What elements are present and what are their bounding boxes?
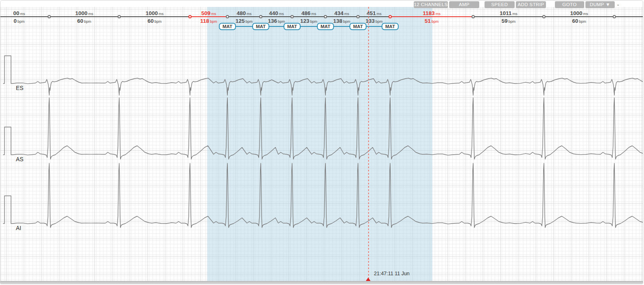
beat-marker[interactable] bbox=[542, 15, 546, 18]
ecg-trace-es bbox=[3, 56, 643, 95]
horizontal-scrollbar[interactable] bbox=[0, 281, 643, 284]
interval-ms-label: 1000ms bbox=[551, 10, 608, 16]
interval-line bbox=[614, 16, 643, 17]
beat-marker[interactable] bbox=[356, 15, 360, 18]
interval-line bbox=[49, 16, 119, 17]
ecg-trace-as bbox=[3, 98, 643, 159]
beat-marker[interactable] bbox=[389, 15, 392, 18]
toolbar-button-add-strip[interactable]: ADD STRIP bbox=[516, 1, 546, 8]
toolbar-button-speed[interactable]: SPEED bbox=[485, 1, 515, 8]
interval-line bbox=[292, 16, 325, 17]
interval-line bbox=[119, 16, 190, 17]
interval-ms-label: 1183ms bbox=[403, 10, 460, 16]
interval-line bbox=[358, 16, 390, 17]
beat-label-mat[interactable]: MAT bbox=[219, 23, 236, 30]
interval-line bbox=[325, 16, 358, 17]
interval-ms-label: 1000ms bbox=[56, 10, 113, 16]
interval-bpm-label: 60bpm bbox=[551, 18, 608, 24]
beat-marker[interactable] bbox=[290, 15, 294, 18]
toolbar: 12 CHANNELSAMPSPEEDADD STRIPGOTODUMP ▼- bbox=[414, 1, 619, 8]
interval-ms-label: 1011ms bbox=[480, 10, 537, 16]
ecg-viewer-window: 00ms0bpm1000ms60bpm1000ms60bpm509ms118bp… bbox=[0, 0, 643, 284]
toolbar-button-dump[interactable]: DUMP ▼ bbox=[585, 1, 615, 8]
beat-label-mat[interactable]: MAT bbox=[317, 23, 334, 30]
interval-line bbox=[261, 16, 292, 17]
toolbar-button-goto[interactable]: GOTO bbox=[555, 1, 584, 8]
beat-label-mat[interactable]: MAT bbox=[252, 23, 269, 30]
beat-marker[interactable] bbox=[613, 15, 616, 18]
interval-bpm-label: 60bpm bbox=[126, 18, 183, 24]
channel-label-ai: AI bbox=[16, 225, 21, 231]
interval-line bbox=[473, 16, 544, 17]
beat-marker[interactable] bbox=[188, 15, 192, 18]
interval-line bbox=[544, 16, 614, 17]
interval-bpm-label: 0bpm bbox=[0, 18, 48, 24]
beat-marker[interactable] bbox=[472, 15, 475, 18]
interval-bpm-label: 51bpm bbox=[403, 18, 460, 24]
interval-line bbox=[390, 16, 473, 17]
cursor-timestamp: 21:47:11 11 Jun bbox=[374, 271, 410, 276]
beat-marker[interactable] bbox=[324, 15, 327, 18]
toolbar-suffix: - bbox=[617, 2, 619, 8]
interval-ms-label: 00ms bbox=[0, 10, 48, 16]
beat-marker[interactable] bbox=[259, 15, 262, 18]
interval-bpm-label: 59bpm bbox=[480, 18, 537, 24]
interval-line bbox=[227, 16, 261, 17]
beat-label-mat[interactable]: MAT bbox=[284, 23, 301, 30]
interval-bpm-label: 60bpm bbox=[56, 18, 113, 24]
interval-line bbox=[190, 16, 227, 17]
channel-label-as: AS bbox=[16, 156, 24, 162]
time-cursor-line[interactable] bbox=[368, 7, 369, 282]
toolbar-button-amp[interactable]: AMP bbox=[449, 1, 479, 8]
toolbar-button-channels[interactable]: 12 CHANNELS bbox=[414, 1, 448, 8]
ecg-traces bbox=[0, 0, 643, 284]
beat-marker[interactable] bbox=[226, 15, 229, 18]
interval-ms-label: 1000ms bbox=[126, 10, 183, 16]
channel-label-es: ES bbox=[16, 85, 24, 91]
beat-label-mat[interactable]: MAT bbox=[349, 23, 367, 30]
interval-line bbox=[0, 16, 49, 17]
ecg-trace-ai bbox=[3, 163, 643, 228]
beat-label-mat[interactable]: MAT bbox=[382, 23, 399, 30]
beat-marker[interactable] bbox=[48, 15, 51, 18]
interval-ms-label: 451ms bbox=[346, 10, 403, 16]
beat-marker[interactable] bbox=[118, 15, 121, 18]
